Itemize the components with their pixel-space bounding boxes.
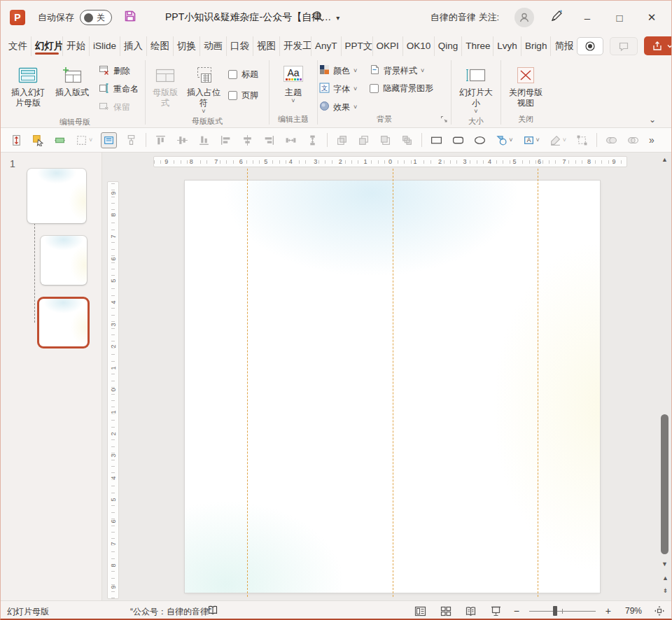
align-shape-icon[interactable] (52, 133, 67, 148)
minimize-button[interactable]: – (579, 12, 596, 24)
bring-to-front-icon[interactable] (378, 133, 393, 148)
avatar[interactable] (514, 8, 534, 27)
tab-animations[interactable]: 动画 (200, 36, 226, 56)
close-button[interactable]: ✕ (643, 11, 660, 24)
tab-brigh[interactable]: Brigh (521, 36, 551, 56)
effects-button[interactable]: 效果 ˅ (319, 101, 370, 113)
layout-thumbnail-selected[interactable] (37, 297, 90, 348)
align-bottom-icon[interactable] (197, 133, 211, 148)
tab-slide-master[interactable]: 幻灯片母版 (31, 36, 62, 56)
zoom-in-button[interactable]: + (606, 605, 611, 617)
vertical-scrollbar[interactable]: ▲ ▼ ▲ ⇟ (659, 154, 671, 598)
delete-button[interactable]: 删除 (99, 64, 139, 78)
master-layout-button[interactable]: 母版版式 (147, 62, 183, 110)
fit-to-window-icon[interactable] (652, 605, 667, 617)
slide-size-button[interactable]: 幻灯片大小 ˅ (456, 62, 496, 115)
tab-home[interactable]: 开始 (62, 36, 89, 56)
maximize-button[interactable]: □ (611, 12, 628, 24)
collapse-ribbon-icon[interactable]: ⌄ (649, 115, 656, 125)
shape-ellipse-icon[interactable] (472, 133, 487, 148)
insert-placeholder-button[interactable]: 插入占位符 ˅ (183, 62, 224, 115)
tab-three[interactable]: Three (461, 36, 493, 56)
guide-line[interactable] (247, 169, 248, 597)
send-backward-icon[interactable] (356, 133, 371, 148)
tab-insert[interactable]: 插入 (120, 36, 146, 56)
footer-checkbox[interactable]: 页脚 (228, 90, 258, 101)
guide-line[interactable] (393, 169, 393, 597)
slide-sorter-view-button[interactable] (438, 606, 454, 617)
tab-anyt[interactable]: AnyT (311, 36, 341, 56)
tab-qing[interactable]: Qing (434, 36, 462, 56)
tab-developer[interactable]: 开发工具 (279, 36, 311, 56)
share-button[interactable] (644, 36, 672, 55)
preserve-button[interactable]: 保留 (99, 101, 139, 114)
scrollbar-thumb[interactable] (661, 414, 668, 554)
shape-format-icon[interactable]: ˅ (548, 133, 568, 148)
distribute-horizontal-icon[interactable] (284, 133, 298, 148)
tab-pptx[interactable]: PPT文 (341, 36, 372, 56)
zoom-slider-handle[interactable] (553, 606, 557, 616)
tab-jianbao[interactable]: 简报 (550, 36, 577, 56)
distribute-vertical-icon[interactable] (305, 133, 320, 148)
text-box-icon[interactable]: A˅ (522, 133, 541, 148)
send-to-back-icon[interactable] (400, 133, 414, 148)
title-checkbox[interactable]: 标题 (228, 69, 258, 80)
inking-brush-icon[interactable] (550, 9, 564, 26)
colors-button[interactable]: 颜色 ˅ (319, 64, 370, 77)
next-slide-icon[interactable]: ⇟ (659, 585, 671, 596)
master-thumbnail[interactable] (27, 169, 86, 223)
zoom-slider[interactable] (529, 606, 596, 616)
merge-shapes-union-icon[interactable] (604, 133, 619, 148)
layout-thumbnail[interactable] (41, 236, 87, 285)
slideshow-view-button[interactable] (489, 606, 504, 617)
scroll-up-icon[interactable]: ▲ (659, 154, 671, 165)
shapes-gallery-icon[interactable]: ˅ (494, 133, 514, 148)
document-title[interactable]: PPT小知识&疑难杂症-公众号【自律… (165, 11, 331, 24)
align-right-icon[interactable] (262, 133, 276, 148)
align-left-icon[interactable] (218, 133, 233, 148)
shape-rectangle-icon[interactable] (429, 133, 444, 148)
spell-check-icon[interactable] (207, 605, 218, 618)
autosave-toggle[interactable]: 关 (80, 10, 112, 25)
insert-placeholder-small-icon[interactable]: ˅ (74, 133, 94, 148)
rename-button[interactable]: 重命名 (99, 83, 139, 96)
tab-koudai[interactable]: 口袋 (226, 36, 253, 56)
scroll-down-icon[interactable]: ▼ (659, 558, 671, 570)
guide-line[interactable] (538, 169, 538, 597)
align-middle-icon[interactable] (175, 133, 190, 148)
hide-background-graphics-checkbox[interactable]: 隐藏背景图形 (370, 83, 448, 94)
tab-view[interactable]: 视图 (253, 36, 279, 56)
close-master-view-button[interactable]: 关闭母版视图 (505, 62, 547, 110)
shape-rounded-rectangle-icon[interactable] (451, 133, 465, 148)
comments-button[interactable] (610, 37, 638, 55)
record-button[interactable] (577, 37, 603, 55)
master-layout-toggle-icon[interactable] (101, 132, 117, 148)
previous-slide-icon[interactable]: ▲ (659, 572, 671, 584)
tab-islide[interactable]: iSlide (89, 36, 120, 56)
tab-ok10[interactable]: OK10 (402, 36, 434, 56)
tab-draw[interactable]: 绘图 (146, 36, 173, 56)
toolbar-more-icon[interactable]: » (648, 133, 656, 147)
zoom-level-label[interactable]: 79% (621, 606, 642, 616)
insert-slide-master-button[interactable]: 插入幻灯片母版 (6, 62, 50, 110)
normal-view-button[interactable] (413, 606, 428, 617)
background-dialog-launcher-icon[interactable] (440, 113, 447, 125)
reading-view-button[interactable] (463, 606, 479, 617)
insert-layout-button[interactable]: 插入版式 (50, 62, 94, 99)
tab-file[interactable]: 文件 (5, 36, 31, 56)
merge-shapes-combine-icon[interactable] (626, 133, 640, 148)
fit-height-icon[interactable] (9, 133, 24, 148)
themes-button[interactable]: Aa 主题 ˅ (279, 62, 308, 105)
search-icon[interactable] (312, 10, 324, 25)
fonts-button[interactable]: 文 字体 ˅ (319, 83, 370, 95)
account-label[interactable]: 自律的音律 关注: (430, 11, 499, 24)
edit-points-icon[interactable] (575, 133, 589, 148)
zoom-out-button[interactable]: − (514, 605, 519, 617)
bring-forward-icon[interactable] (335, 133, 349, 148)
align-center-icon[interactable] (240, 133, 255, 148)
tab-transitions[interactable]: 切换 (173, 36, 200, 56)
align-top-icon[interactable] (153, 133, 168, 148)
select-objects-icon[interactable] (31, 133, 46, 148)
tab-okpi[interactable]: OKPI (372, 36, 402, 56)
format-painter-icon[interactable] (124, 133, 139, 148)
